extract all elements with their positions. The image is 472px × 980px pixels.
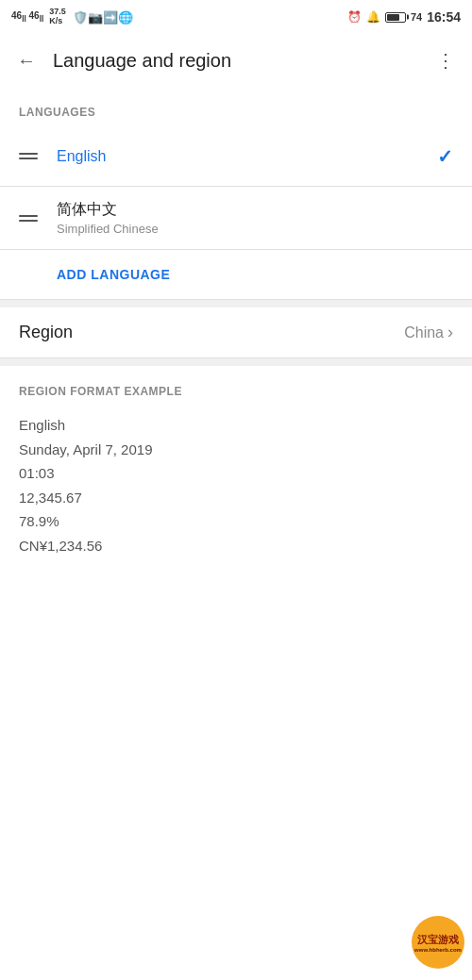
speed-text: 37.5K/s	[49, 8, 66, 26]
format-item-language: English	[19, 413, 453, 438]
alarm-icon: ⏰	[347, 10, 362, 24]
back-button[interactable]: ←	[8, 42, 45, 79]
languages-section-label: LANGUAGES	[0, 87, 472, 126]
time-display: 16:54	[427, 9, 461, 25]
language-name-english: English	[57, 148, 437, 165]
language-name-chinese: 简体中文 Simplified Chinese	[57, 200, 453, 236]
drag-line-2	[19, 220, 38, 222]
drag-handle-chinese[interactable]	[19, 215, 38, 222]
region-value: China	[404, 324, 444, 341]
drag-line-1	[19, 153, 38, 155]
check-icon-english: ✓	[437, 145, 453, 168]
format-item-number: 12,345.67	[19, 486, 453, 510]
add-language-button[interactable]: ADD LANGUAGE	[0, 250, 472, 300]
status-icons: 🛡️📷➡️🌐	[73, 10, 133, 25]
app-bar: ← Language and region ⋮	[0, 34, 472, 87]
watermark-logo: 汉宝游戏	[417, 933, 459, 947]
clock-icon: 🔔	[366, 10, 380, 24]
region-format-label: REGION FORMAT EXAMPLE	[19, 385, 453, 398]
format-item-percent: 78.9%	[19, 509, 453, 534]
region-label: Region	[19, 323, 404, 342]
status-bar: 46ll 46ll 37.5K/s 🛡️📷➡️🌐 ⏰ 🔔 74 16:54	[0, 0, 472, 34]
more-icon: ⋮	[436, 49, 455, 72]
region-row[interactable]: Region China ›	[0, 307, 472, 358]
format-item-date: Sunday, April 7, 2019	[19, 438, 453, 462]
battery-percent: 74	[411, 11, 422, 23]
signal-text: 46ll 46ll	[11, 10, 43, 24]
region-format-section: REGION FORMAT EXAMPLE English Sunday, Ap…	[0, 366, 472, 557]
battery-icon	[385, 12, 406, 23]
watermark: 汉宝游戏 www.hbherb.com	[412, 916, 464, 969]
section-divider	[0, 300, 472, 307]
format-item-time: 01:03	[19, 461, 453, 486]
format-item-currency: CN¥1,234.56	[19, 534, 453, 558]
page-title: Language and region	[53, 50, 427, 72]
status-right: ⏰ 🔔 74 16:54	[347, 9, 461, 25]
language-item-chinese[interactable]: 简体中文 Simplified Chinese	[0, 187, 472, 250]
more-options-button[interactable]: ⋮	[427, 42, 464, 79]
drag-line-2	[19, 158, 38, 159]
watermark-url: www.hbherb.com	[414, 947, 462, 953]
back-icon: ←	[17, 50, 36, 72]
status-left: 46ll 46ll 37.5K/s 🛡️📷➡️🌐	[11, 8, 133, 26]
language-item-english[interactable]: English ✓	[0, 126, 472, 187]
drag-line-1	[19, 215, 38, 217]
section-divider-2	[0, 358, 472, 366]
drag-handle-english[interactable]	[19, 153, 38, 159]
chevron-right-icon: ›	[447, 323, 453, 342]
